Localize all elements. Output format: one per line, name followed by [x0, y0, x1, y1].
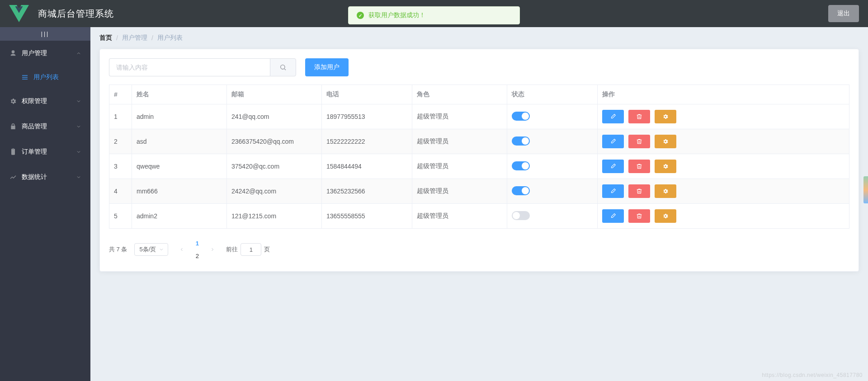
gear-icon: [662, 188, 669, 194]
logout-button[interactable]: 退出: [828, 5, 859, 22]
chart-icon: [9, 174, 17, 181]
cell-phone: 13655558555: [322, 204, 412, 229]
cell-index: 4: [109, 179, 132, 204]
sidebar-item-label: 订单管理: [22, 148, 47, 156]
pager: 12: [175, 237, 219, 262]
trash-icon: [636, 138, 642, 145]
delete-button[interactable]: [628, 184, 650, 198]
pager-prev[interactable]: [175, 243, 188, 256]
pager-page[interactable]: 2: [191, 249, 203, 262]
cell-state: [507, 179, 598, 204]
edit-button[interactable]: [602, 160, 624, 173]
edit-button[interactable]: [602, 110, 624, 123]
table-row: 5admin2121@1215.com13655558555超级管理员: [109, 204, 849, 229]
trash-icon: [636, 163, 642, 169]
cell-role: 超级管理员: [412, 129, 507, 154]
delete-button[interactable]: [628, 135, 650, 148]
svg-point-4: [281, 65, 285, 69]
sidebar-item-label: 用户管理: [22, 49, 47, 57]
col-role: 角色: [412, 85, 507, 104]
col-ops: 操作: [598, 85, 849, 104]
cell-ops: [598, 204, 849, 229]
state-switch[interactable]: [512, 136, 530, 146]
sidebar-item-orders[interactable]: 订单管理: [0, 139, 90, 165]
goto-input[interactable]: [241, 243, 261, 256]
settings-button[interactable]: [655, 135, 676, 148]
col-name: 姓名: [132, 85, 227, 104]
settings-button[interactable]: [655, 110, 676, 123]
search-input[interactable]: [109, 58, 270, 76]
state-switch[interactable]: [512, 161, 530, 170]
sidebar-item-goods[interactable]: 商品管理: [0, 114, 90, 139]
breadcrumb-page: 用户列表: [157, 34, 183, 42]
settings-button[interactable]: [655, 160, 676, 173]
cell-index: 2: [109, 129, 132, 154]
page-size-value: 5条/页: [139, 245, 156, 254]
col-email: 邮箱: [227, 85, 322, 104]
cell-index: 1: [109, 104, 132, 129]
cell-phone: 18977955513: [322, 104, 412, 129]
edit-button[interactable]: [602, 209, 624, 223]
search-button[interactable]: [270, 58, 296, 76]
trash-icon: [636, 113, 642, 120]
state-switch[interactable]: [512, 112, 530, 121]
sidebar-collapse-toggle[interactable]: |||: [0, 27, 90, 41]
edit-icon: [610, 163, 616, 169]
cell-phone: 13625232566: [322, 179, 412, 204]
pagination-total: 共 7 条: [109, 245, 127, 254]
cell-role: 超级管理员: [412, 104, 507, 129]
sidebar-subitem-label: 用户列表: [33, 73, 59, 81]
sidebar-item-stats[interactable]: 数据统计: [0, 165, 90, 190]
cell-index: 3: [109, 154, 132, 179]
pager-next[interactable]: [206, 243, 219, 256]
gear-icon: [662, 213, 669, 219]
cell-role: 超级管理员: [412, 179, 507, 204]
users-table: # 姓名 邮箱 电话 角色 状态 操作 1admin241@qq.com1897…: [109, 85, 849, 229]
cell-phone: 1584844494: [322, 154, 412, 179]
gear-icon: [662, 138, 669, 145]
delete-button[interactable]: [628, 160, 650, 173]
cell-state: [507, 204, 598, 229]
cell-state: [507, 154, 598, 179]
cell-email: 375420@qc.com: [227, 154, 322, 179]
edit-icon: [610, 113, 616, 120]
cell-role: 超级管理员: [412, 204, 507, 229]
breadcrumb-home[interactable]: 首页: [99, 34, 112, 42]
cell-name: asd: [132, 129, 227, 154]
breadcrumb-group: 用户管理: [122, 34, 147, 42]
chevron-down-icon: [76, 124, 81, 129]
chevron-down-icon: [159, 247, 164, 252]
search-group: [109, 58, 296, 76]
delete-button[interactable]: [628, 110, 650, 123]
col-state: 状态: [507, 85, 598, 104]
page-size-select[interactable]: 5条/页: [134, 243, 168, 256]
edit-button[interactable]: [602, 184, 624, 198]
cell-ops: [598, 129, 849, 154]
chevron-down-icon: [76, 99, 81, 104]
toast-message: 获取用户数据成功！: [368, 11, 425, 19]
cell-email: 2366375420@qq.com: [227, 129, 322, 154]
cell-email: 241@qq.com: [227, 104, 322, 129]
svg-line-5: [284, 69, 286, 70]
pager-page[interactable]: 1: [191, 237, 203, 249]
sidebar-item-users[interactable]: 用户管理: [0, 41, 90, 66]
settings-button[interactable]: [655, 209, 676, 223]
sidebar-item-label: 数据统计: [22, 173, 47, 181]
cell-ops: [598, 104, 849, 129]
state-switch[interactable]: [512, 211, 530, 220]
cell-ops: [598, 154, 849, 179]
sidebar-subitem-user-list[interactable]: 用户列表: [0, 66, 90, 89]
sidebar-item-permissions[interactable]: 权限管理: [0, 89, 90, 114]
goto-prefix: 前往: [226, 245, 238, 254]
state-switch[interactable]: [512, 186, 530, 195]
cell-email: 24242@qq.com: [227, 179, 322, 204]
trash-icon: [636, 213, 642, 219]
cell-role: 超级管理员: [412, 154, 507, 179]
edit-button[interactable]: [602, 135, 624, 148]
sidebar-item-label: 商品管理: [22, 122, 47, 131]
add-user-button[interactable]: 添加用户: [305, 58, 349, 76]
goto-suffix: 页: [264, 245, 270, 254]
col-index: #: [109, 85, 132, 104]
delete-button[interactable]: [628, 209, 650, 223]
settings-button[interactable]: [655, 184, 676, 198]
